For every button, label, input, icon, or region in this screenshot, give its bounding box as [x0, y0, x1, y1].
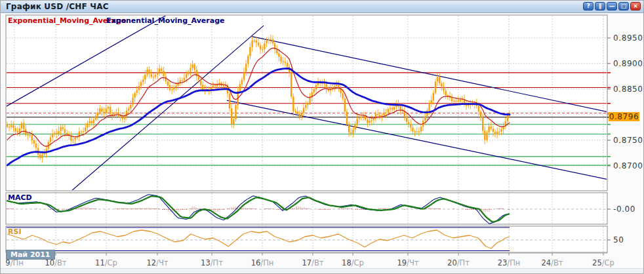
minimize-button[interactable]: — [607, 2, 617, 10]
help-button[interactable]: ? [583, 2, 594, 10]
rsi-axis-value: 50 [613, 235, 624, 245]
day-tick-label: 9/Пн [0, 258, 29, 267]
day-tick-label: 23/Пн [494, 258, 523, 267]
day-tick-label: 16/Пн [248, 258, 277, 267]
maximize-button[interactable]: □ [618, 2, 629, 10]
window-title: График USD /CHF ЧАС [6, 2, 109, 11]
price-tick-label: 0.8700 [613, 161, 643, 170]
chart-plot-area[interactable] [6, 15, 607, 191]
day-tick-label: 13/Пт [197, 258, 226, 267]
day-tick-label: 24/Вт [538, 258, 567, 267]
price-tick-label: 0.8950 [613, 33, 643, 43]
current-price-badge: 0.8796 [609, 112, 639, 121]
day-tick-label: 11/Ср [92, 258, 121, 267]
bottom-strip [1, 268, 643, 274]
day-tick-label: 25/Ср [589, 258, 618, 267]
rsi-label: RSI [8, 227, 22, 236]
close-button[interactable]: × [630, 2, 641, 10]
window-controls: ?∥—□× [583, 2, 641, 10]
title-bar[interactable]: График USD /CHF ЧАС ?∥—□× [1, 1, 643, 13]
price-tick-label: 0.8850 [613, 85, 643, 94]
macd-axis-value: -0.00 [613, 205, 635, 214]
day-tick-label: 19/Чт [393, 258, 422, 267]
day-tick-label: 17/Вт [298, 258, 327, 267]
price-tick-label: 0.8900 [613, 59, 643, 68]
macd-label: MACD [8, 193, 32, 202]
day-tick-label: 20/Пт [444, 258, 473, 267]
day-tick-label: 18/Ср [338, 258, 367, 267]
day-tick-label: 10/Вт [41, 258, 70, 267]
day-tick-label: 12/Чт [143, 258, 172, 267]
pause-button[interactable]: ∥ [595, 2, 605, 10]
price-tick-label: 0.8750 [613, 136, 643, 145]
chart-window: График USD /CHF ЧАС ?∥—□× Exponential_Mo… [0, 0, 644, 274]
